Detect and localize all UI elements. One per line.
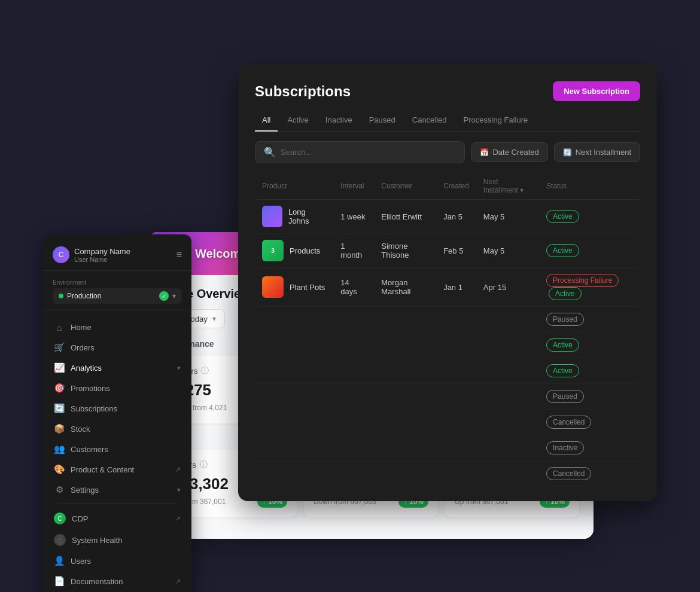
- table-row[interactable]: Plant Pots 14 days Morgan Marshall Jan 1…: [255, 268, 640, 307]
- system-health-icon: ◌: [54, 534, 66, 546]
- product-cell: 3 Products: [262, 240, 326, 261]
- status-badge: Active: [549, 287, 582, 300]
- nav-divider: [57, 503, 177, 504]
- filter-label: Date Created: [492, 148, 538, 157]
- status-cell: Paused: [539, 384, 640, 410]
- search-icon: 🔍: [264, 147, 276, 158]
- status-badge: Active: [546, 338, 579, 352]
- col-status: Status: [539, 173, 640, 200]
- status-badge: Processing Failure: [546, 274, 619, 287]
- customers-icon: 👥: [54, 444, 65, 454]
- sidebar-header: C Company Name User Name ≡: [43, 242, 191, 271]
- company-user: User Name: [74, 256, 130, 263]
- col-customer: Customer: [374, 173, 436, 200]
- status-badge: Inactive: [546, 441, 584, 454]
- cycle-icon: 🔄: [563, 148, 572, 157]
- info-icon: ⓘ: [200, 459, 208, 470]
- filter-label: Next Installment: [576, 148, 631, 157]
- sidebar: C Company Name User Name ≡ Environment P…: [43, 234, 191, 592]
- col-product: Product: [255, 173, 333, 200]
- sidebar-item-system-health[interactable]: ◌ System Health: [48, 529, 187, 551]
- interval-value: 1 month: [333, 234, 374, 268]
- subscriptions-controls: 🔍 📅 Date Created 🔄 Next Installment: [255, 141, 640, 163]
- calendar-icon: 📅: [480, 148, 489, 157]
- tab-active[interactable]: Active: [280, 112, 315, 132]
- sidebar-item-settings[interactable]: ⚙ Settings ▾: [48, 480, 187, 500]
- subscriptions-header: Subscriptions New Subscription: [255, 81, 640, 101]
- sidebar-item-analytics[interactable]: 📈 Analytics ▾: [48, 358, 187, 378]
- sidebar-item-label: Documentation: [71, 577, 169, 586]
- date-created-filter[interactable]: 📅 Date Created: [471, 142, 547, 162]
- sidebar-item-promotions[interactable]: 🎯 Promotions: [48, 378, 187, 398]
- sidebar-item-label: Users: [71, 557, 181, 566]
- col-interval: Interval: [333, 173, 374, 200]
- sidebar-item-label: Product & Content: [71, 465, 169, 474]
- tab-inactive[interactable]: Inactive: [318, 112, 360, 132]
- env-selector[interactable]: Production ✓ ▾: [53, 288, 182, 304]
- tab-cancelled[interactable]: Cancelled: [405, 112, 454, 132]
- interval-value: 1 week: [333, 200, 374, 234]
- sidebar-item-label: Subscriptions: [71, 404, 181, 413]
- sidebar-item-orders[interactable]: 🛒 Orders: [48, 337, 187, 358]
- sidebar-item-users[interactable]: 👤 Users: [48, 551, 187, 571]
- sidebar-item-label: Analytics: [71, 364, 171, 373]
- col-next-installment[interactable]: Next Installment ▾: [476, 173, 539, 200]
- table-row[interactable]: Active: [255, 332, 640, 358]
- sidebar-item-stock[interactable]: 📦 Stock: [48, 419, 187, 439]
- chevron-down-icon: ▾: [212, 315, 216, 323]
- sidebar-item-label: Customers: [71, 445, 181, 454]
- menu-icon[interactable]: ≡: [176, 249, 182, 260]
- chevron-down-icon: ▾: [177, 486, 181, 494]
- tab-paused[interactable]: Paused: [362, 112, 403, 132]
- analytics-icon: 📈: [54, 362, 65, 373]
- search-container: 🔍: [255, 141, 465, 163]
- info-icon: ⓘ: [201, 365, 209, 376]
- product-image: 3: [262, 240, 284, 261]
- env-name: Production: [67, 292, 156, 300]
- nav-menu: ⌂ Home 🛒 Orders 📈 Analytics ▾ 🎯 Promotio…: [43, 315, 191, 592]
- table-row[interactable]: 3 Products 1 month Simone Thisone Feb 5 …: [255, 234, 640, 268]
- product-name: Long Johns: [288, 207, 326, 225]
- table-row[interactable]: Active: [255, 358, 640, 384]
- status-badge: Active: [546, 210, 579, 223]
- company-info[interactable]: C Company Name User Name: [53, 246, 130, 263]
- status-badge: Paused: [546, 390, 584, 403]
- customer-value: Simone Thisone: [374, 234, 436, 268]
- status-badge: Paused: [546, 313, 584, 326]
- status-badge: Active: [546, 364, 579, 377]
- table-row[interactable]: Paused: [255, 307, 640, 332]
- new-subscription-button[interactable]: New Subscription: [553, 81, 640, 101]
- sidebar-item-label: Promotions: [71, 384, 181, 393]
- tab-processing-failure[interactable]: Processing Failure: [456, 112, 535, 132]
- sidebar-item-documentation[interactable]: 📄 Documentation ↗: [48, 571, 187, 591]
- created-value: Jan 1: [436, 268, 476, 307]
- next-installment-filter[interactable]: 🔄 Next Installment: [554, 142, 640, 162]
- sidebar-item-subscriptions[interactable]: 🔄 Subscriptions: [48, 398, 187, 419]
- status-cell: Active: [539, 234, 640, 268]
- sidebar-item-label: Settings: [71, 486, 171, 495]
- created-value: Feb 5: [436, 234, 476, 268]
- product-cell: Plant Pots: [262, 276, 326, 298]
- sidebar-item-customers[interactable]: 👥 Customers: [48, 439, 187, 459]
- sidebar-item-home[interactable]: ⌂ Home: [48, 318, 187, 337]
- external-link-icon: ↗: [175, 515, 181, 523]
- table-row[interactable]: Inactive: [255, 435, 640, 461]
- status-cell: Cancelled: [539, 461, 640, 487]
- customer-value: Morgan Marshall: [374, 268, 436, 307]
- table-row[interactable]: Cancelled: [255, 410, 640, 435]
- sidebar-item-product-content[interactable]: 🎨 Product & Content ↗: [48, 459, 187, 480]
- subscriptions-icon: 🔄: [54, 403, 65, 414]
- sidebar-item-cdp[interactable]: C CDP ↗: [48, 508, 187, 529]
- chevron-down-icon: ▾: [172, 292, 176, 300]
- table-row[interactable]: Long Johns 1 week Elliott Erwitt Jan 5 M…: [255, 200, 640, 234]
- status-cell: Active: [539, 358, 640, 384]
- users-icon: 👤: [54, 556, 65, 566]
- tab-all[interactable]: All: [255, 112, 278, 132]
- table-row[interactable]: Cancelled: [255, 461, 640, 487]
- search-input[interactable]: [281, 148, 456, 157]
- cdp-icon: C: [54, 512, 66, 524]
- table-row[interactable]: Paused: [255, 384, 640, 410]
- product-content-icon: 🎨: [54, 464, 65, 475]
- subscriptions-title: Subscriptions: [255, 83, 351, 100]
- product-name: Plant Pots: [290, 283, 325, 292]
